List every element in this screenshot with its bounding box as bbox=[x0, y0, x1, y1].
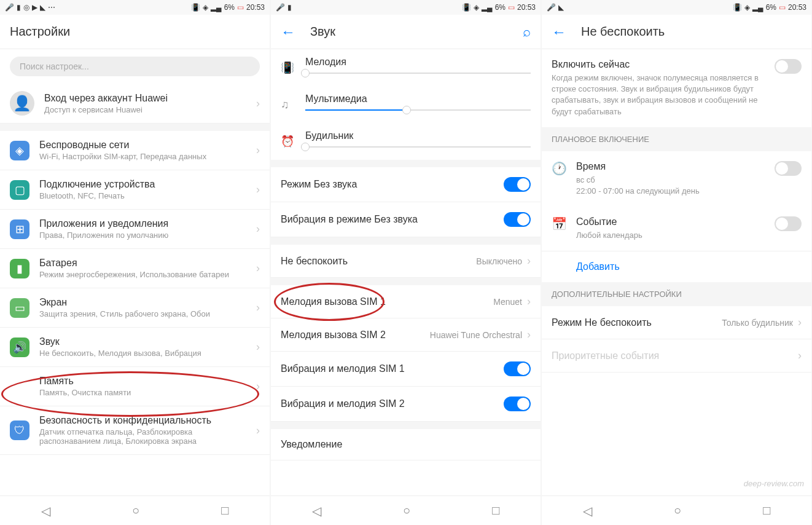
wifi-icon: ◈ bbox=[203, 3, 208, 12]
sim1-vibrate-toggle[interactable] bbox=[504, 361, 531, 376]
nav-home[interactable]: ○ bbox=[132, 503, 139, 518]
back-button[interactable]: ← bbox=[281, 23, 295, 41]
sound-icon: 🔊 bbox=[10, 338, 29, 357]
wifi-icon: ◈ bbox=[474, 3, 479, 12]
sound-screen: 🎤 ▮ 📳 ◈ ▂▄ 6% ▭ 20:53 ← Звук ⌕ 📳 Мелодия bbox=[271, 0, 541, 525]
nav-bar: ◁ ○ □ bbox=[0, 495, 270, 525]
apps-icon: ⊞ bbox=[10, 219, 29, 239]
display-row[interactable]: ▭ Экран Защита зрения, Стиль рабочего эк… bbox=[0, 288, 270, 328]
chevron-icon: › bbox=[256, 183, 260, 196]
nav-home[interactable]: ○ bbox=[674, 503, 681, 518]
storage-row[interactable]: Память Память, Очистка памяти › bbox=[0, 367, 270, 406]
ringtone-slider[interactable] bbox=[305, 73, 531, 74]
notification-icon: ◣ bbox=[558, 3, 564, 12]
battery-percent: 6% bbox=[224, 3, 235, 12]
chevron-icon: › bbox=[256, 424, 260, 437]
viber-icon: ◎ bbox=[23, 3, 29, 12]
chevron-icon: › bbox=[256, 262, 260, 275]
security-row[interactable]: 🛡 Безопасность и конфиденциальность Датч… bbox=[0, 406, 270, 455]
account-title: Вход через аккаунт Huawei bbox=[44, 93, 246, 104]
sim2-vibrate-row[interactable]: Вибрация и мелодия SIM 2 bbox=[271, 387, 541, 422]
account-sub: Доступ к сервисам Huawei bbox=[44, 105, 246, 114]
chevron-icon: › bbox=[527, 328, 531, 341]
search-input[interactable]: Поиск настроек... bbox=[10, 57, 260, 76]
status-bar: 🎤 ▮ ◎ ▶ ◣ ⋯ 📳 ◈ ▂▄ 6% ▭ 20:53 bbox=[0, 0, 270, 15]
vibrate-icon: 📳 bbox=[191, 3, 200, 12]
chevron-icon: › bbox=[798, 316, 802, 329]
tag-icon: ◣ bbox=[40, 3, 45, 12]
wifi-icon: ◈ bbox=[744, 3, 750, 12]
status-bar: 🎤 ▮ 📳 ◈ ▂▄ 6% ▭ 20:53 bbox=[271, 0, 541, 15]
device-connection-row[interactable]: ▢ Подключение устройства Bluetooth, NFC,… bbox=[0, 170, 270, 210]
nav-home[interactable]: ○ bbox=[403, 503, 410, 518]
vibrate-icon: 📳 bbox=[733, 3, 742, 12]
mic-icon: 🎤 bbox=[5, 3, 14, 12]
time-toggle[interactable] bbox=[775, 161, 802, 176]
vibrate-icon: 📳 bbox=[462, 3, 471, 12]
nav-recent[interactable]: □ bbox=[763, 503, 770, 518]
vibrate-slider-icon: 📳 bbox=[281, 61, 295, 74]
schedule-header: ПЛАНОВОЕ ВКЛЮЧЕНИЕ bbox=[542, 127, 811, 151]
ringtone-slider-row: 📳 Мелодия bbox=[271, 49, 541, 86]
wireless-row[interactable]: ◈ Беспроводные сети Wi-Fi, Настройки SIM… bbox=[0, 131, 270, 170]
notification-row[interactable]: Уведомление bbox=[271, 429, 541, 460]
sim1-ringtone-row[interactable]: Мелодия вызова SIM 1 Menuet › bbox=[271, 285, 541, 318]
nav-bar: ◁ ○ □ bbox=[271, 495, 541, 525]
signal-icon: ▂▄ bbox=[211, 3, 222, 12]
enable-now-row[interactable]: Включить сейчас Когда режим включен, зна… bbox=[542, 49, 811, 127]
alarm-slider[interactable] bbox=[305, 146, 531, 148]
battery-low-icon: ▭ bbox=[779, 3, 786, 12]
event-schedule-row[interactable]: 📅 Событие Любой календарь bbox=[542, 207, 811, 251]
event-toggle[interactable] bbox=[775, 216, 802, 231]
chevron-icon: › bbox=[527, 295, 531, 308]
page-title: Настройки bbox=[10, 25, 260, 39]
vibrate-silent-toggle[interactable] bbox=[504, 212, 531, 227]
mic-icon: 🎤 bbox=[547, 3, 556, 12]
shield-icon: 🛡 bbox=[10, 420, 29, 440]
silent-mode-row[interactable]: Режим Без звука bbox=[271, 167, 541, 202]
signal-icon: ▂▄ bbox=[752, 3, 763, 12]
nav-back[interactable]: ◁ bbox=[583, 503, 592, 518]
sim1-vibrate-row[interactable]: Вибрация и мелодия SIM 1 bbox=[271, 352, 541, 387]
sound-row[interactable]: 🔊 Звук Не беспокоить, Мелодия вызова, Ви… bbox=[0, 328, 270, 367]
apps-row[interactable]: ⊞ Приложения и уведомления Права, Прилож… bbox=[0, 210, 270, 249]
dnd-screen: 🎤 ◣ 📳 ◈ ▂▄ 6% ▭ 20:53 ← Не беспокоить Вк… bbox=[542, 0, 811, 525]
vibrate-silent-row[interactable]: Вибрация в режиме Без звука bbox=[271, 202, 541, 237]
silent-toggle[interactable] bbox=[504, 177, 531, 192]
battery-row[interactable]: ▮ Батарея Режим энергосбережения, Исполь… bbox=[0, 249, 270, 288]
enable-now-toggle[interactable] bbox=[775, 59, 802, 74]
dnd-mode-row[interactable]: Режим Не беспокоить Только будильник › bbox=[542, 306, 811, 339]
page-title: Звук bbox=[310, 25, 508, 39]
calendar-icon: 📅 bbox=[552, 216, 566, 231]
advanced-header: ДОПОЛНИТЕЛЬНЫЕ НАСТРОЙКИ bbox=[542, 282, 811, 306]
alarm-icon: ⏰ bbox=[281, 135, 295, 148]
nav-recent[interactable]: □ bbox=[492, 503, 499, 518]
chevron-icon: › bbox=[256, 144, 260, 157]
nav-recent[interactable]: □ bbox=[221, 503, 228, 518]
chevron-icon: › bbox=[256, 341, 260, 353]
notification-icon: ▮ bbox=[287, 3, 292, 12]
media-slider[interactable] bbox=[305, 109, 531, 111]
account-row[interactable]: 👤 Вход через аккаунт Huawei Доступ к сер… bbox=[0, 84, 270, 124]
app-bar: Настройки bbox=[0, 15, 270, 49]
nav-bar: ◁ ○ □ bbox=[542, 495, 811, 525]
time-schedule-row[interactable]: 🕐 Время вс сб22:00 - 07:00 на следующий … bbox=[542, 151, 811, 207]
sim2-ringtone-row[interactable]: Мелодия вызова SIM 2 Huawei Tune Orchest… bbox=[271, 318, 541, 352]
nav-back[interactable]: ◁ bbox=[312, 503, 321, 518]
battery-low-icon: ▭ bbox=[237, 3, 244, 12]
more-icon: ⋯ bbox=[48, 3, 55, 12]
watermark: deep-review.com bbox=[744, 479, 804, 488]
nav-back[interactable]: ◁ bbox=[41, 503, 50, 518]
battery-low-icon: ▭ bbox=[508, 3, 515, 12]
priority-events-row: Приоритетные события › bbox=[542, 339, 811, 373]
media-slider-row: ♫ Мультимедиа bbox=[271, 86, 541, 123]
search-icon[interactable]: ⌕ bbox=[523, 24, 531, 40]
dnd-row[interactable]: Не беспокоить Выключено › bbox=[271, 245, 541, 278]
back-button[interactable]: ← bbox=[552, 23, 566, 41]
app-bar: ← Не беспокоить bbox=[542, 15, 811, 49]
sim2-vibrate-toggle[interactable] bbox=[504, 397, 531, 411]
status-time: 20:53 bbox=[246, 3, 265, 12]
status-bar: 🎤 ◣ 📳 ◈ ▂▄ 6% ▭ 20:53 bbox=[542, 0, 811, 15]
add-link[interactable]: Добавить bbox=[542, 251, 811, 282]
clock-icon: 🕐 bbox=[552, 161, 566, 176]
